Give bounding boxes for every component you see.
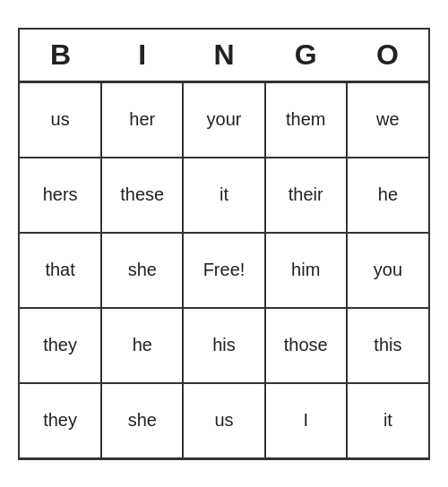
header-letter: I — [101, 30, 183, 81]
bingo-cell-4-2: us — [183, 383, 264, 458]
bingo-cell-3-0: they — [20, 308, 101, 383]
bingo-cell-0-4: we — [347, 82, 428, 158]
bingo-header: BINGO — [20, 30, 428, 82]
header-letter: N — [183, 30, 264, 81]
bingo-cell-4-0: they — [20, 383, 101, 458]
bingo-cell-0-0: us — [20, 82, 101, 158]
bingo-cell-2-1: she — [101, 233, 183, 308]
bingo-cell-1-3: their — [265, 158, 347, 233]
bingo-grid: usheryourthemweherstheseittheirhethatshe… — [20, 82, 428, 458]
bingo-cell-3-4: this — [347, 308, 428, 383]
bingo-cell-3-1: he — [101, 308, 183, 383]
bingo-cell-2-3: him — [265, 233, 347, 308]
bingo-cell-2-0: that — [20, 233, 101, 308]
header-letter: G — [265, 30, 347, 81]
bingo-cell-0-2: your — [183, 82, 264, 158]
bingo-cell-1-1: these — [101, 158, 183, 233]
bingo-cell-4-4: it — [347, 383, 428, 458]
header-letter: B — [20, 30, 101, 81]
header-letter: O — [347, 30, 428, 81]
bingo-cell-4-3: I — [265, 383, 347, 458]
bingo-cell-1-2: it — [183, 158, 264, 233]
bingo-cell-1-4: he — [347, 158, 428, 233]
bingo-cell-2-4: you — [347, 233, 428, 308]
bingo-cell-2-2: Free! — [183, 233, 264, 308]
bingo-cell-1-0: hers — [20, 158, 101, 233]
bingo-cell-3-3: those — [265, 308, 347, 383]
bingo-cell-0-1: her — [101, 82, 183, 158]
bingo-cell-4-1: she — [101, 383, 183, 458]
bingo-cell-0-3: them — [265, 82, 347, 158]
bingo-cell-3-2: his — [183, 308, 264, 383]
bingo-card: BINGO usheryourthemweherstheseittheirhet… — [18, 28, 430, 460]
